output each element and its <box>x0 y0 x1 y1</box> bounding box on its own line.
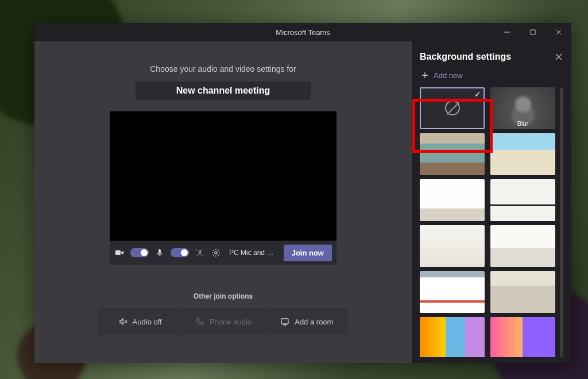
add-new-label: Add new <box>434 71 463 80</box>
close-panel-button[interactable] <box>554 52 563 61</box>
prejoin-panel: Choose your audio and video settings for… <box>34 41 412 363</box>
background-tile-image[interactable] <box>490 271 555 313</box>
background-tile-image[interactable] <box>420 317 485 357</box>
svg-rect-2 <box>158 249 161 254</box>
add-new-button[interactable]: Add new <box>420 70 563 80</box>
other-options-row: Audio off Phone audio Add a room <box>98 308 348 335</box>
background-tile-none[interactable]: ✓ <box>420 87 485 129</box>
camera-icon <box>114 247 125 258</box>
background-tile-image[interactable] <box>420 179 485 221</box>
background-grid: ✓ Blur <box>420 87 558 357</box>
plus-icon <box>420 70 430 80</box>
speaker-off-icon <box>118 316 128 327</box>
phone-icon <box>195 316 205 327</box>
none-icon <box>445 100 460 115</box>
svg-rect-1 <box>115 250 121 255</box>
scrollbar[interactable] <box>560 87 563 357</box>
room-icon <box>280 316 290 327</box>
background-tile-blur[interactable]: Blur <box>490 87 555 129</box>
panel-title: Background settings <box>420 52 511 62</box>
close-button[interactable] <box>546 23 571 41</box>
phone-audio-button: Phone audio <box>181 308 264 335</box>
background-tile-image[interactable] <box>490 133 555 175</box>
titlebar: Microsoft Teams <box>34 23 571 41</box>
check-icon: ✓ <box>474 90 481 99</box>
other-options-heading: Other join options <box>194 292 253 300</box>
background-effects-icon[interactable] <box>195 247 205 258</box>
background-tile-image[interactable] <box>420 133 485 175</box>
background-tile-image[interactable] <box>420 271 485 313</box>
video-preview <box>110 111 336 241</box>
background-settings-panel: Background settings Add new ✓ <box>412 41 571 363</box>
device-controls: PC Mic and Sp… Join now <box>110 241 336 265</box>
audio-off-button[interactable]: Audio off <box>98 308 181 335</box>
mic-toggle[interactable] <box>171 248 189 257</box>
add-room-button[interactable]: Add a room <box>265 308 348 335</box>
background-tile-image[interactable] <box>420 225 485 267</box>
app-window: Microsoft Teams Choose your audio and vi… <box>34 23 571 363</box>
avatar-icon <box>515 96 531 113</box>
phone-audio-label: Phone audio <box>210 318 252 326</box>
prejoin-prompt: Choose your audio and video settings for <box>150 64 296 74</box>
add-room-label: Add a room <box>295 318 333 326</box>
background-tile-image[interactable] <box>490 179 555 221</box>
mic-icon <box>154 247 165 258</box>
camera-toggle[interactable] <box>130 248 149 257</box>
background-tile-image[interactable] <box>490 225 555 267</box>
window-title: Microsoft Teams <box>276 28 330 37</box>
svg-rect-0 <box>531 30 535 34</box>
minimize-button[interactable] <box>494 23 520 41</box>
audio-off-label: Audio off <box>133 318 162 326</box>
meeting-title[interactable]: New channel meeting <box>136 82 311 100</box>
maximize-button[interactable] <box>520 23 546 41</box>
background-tile-image[interactable] <box>490 317 555 357</box>
device-label[interactable]: PC Mic and Sp… <box>229 249 278 257</box>
tile-label: Blur <box>490 120 555 127</box>
gear-icon[interactable] <box>211 247 221 258</box>
svg-point-4 <box>215 252 217 254</box>
svg-point-3 <box>199 250 201 253</box>
svg-rect-5 <box>281 319 288 324</box>
join-now-button[interactable]: Join now <box>284 245 332 261</box>
